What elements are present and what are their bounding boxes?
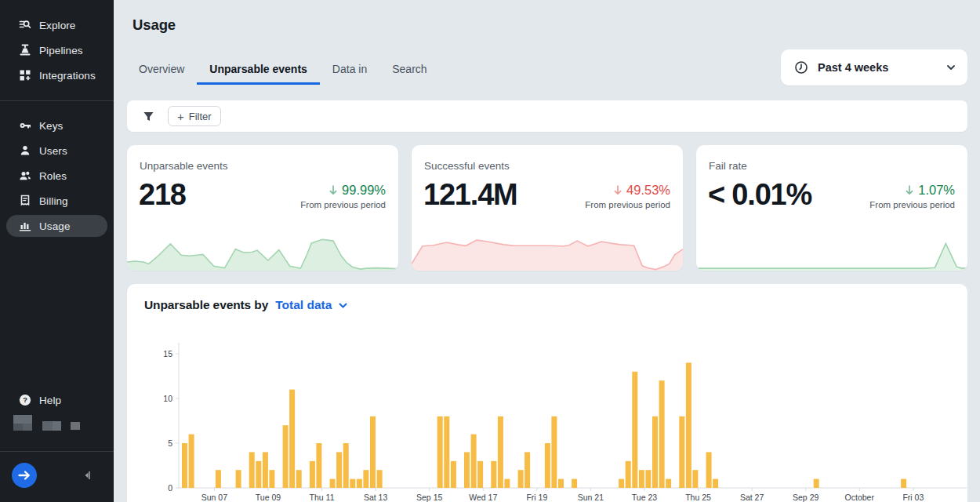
tab-search[interactable]: Search (379, 55, 439, 85)
svg-text:Sep 29: Sep 29 (793, 493, 818, 502)
svg-text:Tue 09: Tue 09 (256, 493, 281, 502)
key-icon (19, 119, 31, 132)
sidebar-divider (0, 100, 114, 101)
fail-rate-sparkline (696, 231, 967, 271)
stat-card-note: From previous period (585, 200, 670, 209)
svg-text:Sat 13: Sat 13 (364, 493, 388, 502)
tab-label: Overview (139, 63, 184, 75)
svg-text:Sep 15: Sep 15 (416, 493, 442, 502)
add-filter-button[interactable]: + Filter (168, 106, 221, 126)
stat-card-note: From previous period (300, 200, 386, 209)
sidebar-item-integrations[interactable]: Integrations (6, 64, 107, 86)
sidebar-item-label: Billing (39, 195, 68, 207)
sidebar-item-label: Help (39, 395, 61, 406)
chevron-down-icon (946, 62, 956, 73)
unparsable-events-bar-chart: 051015Sun 07Tue 09Thu 11Sat 13Sep 15Wed … (127, 331, 967, 502)
sidebar-item-label: Integrations (39, 70, 96, 82)
stat-card-value: 218 (139, 178, 186, 212)
sidebar-item-usage[interactable]: Usage (6, 215, 107, 237)
app-logo-button[interactable] (12, 463, 37, 488)
sidebar-item-roles[interactable]: Roles (6, 165, 107, 187)
stat-card-value: 121.4M (423, 178, 517, 212)
tab-overview[interactable]: Overview (126, 55, 197, 85)
stat-card-successful-events: Successful events 121.4M 49.53% From pre… (412, 145, 683, 271)
stat-card-unparsable-events: Unparsable events 218 99.99% From previo… (127, 145, 398, 271)
stat-card-value: < 0.01% (708, 178, 811, 212)
filter-bar: + Filter (127, 100, 967, 132)
tab-data-in[interactable]: Data in (320, 55, 379, 85)
sidebar-item-label: Users (39, 145, 67, 157)
help-icon: ? (19, 394, 31, 406)
sidebar-item-billing[interactable]: Billing (6, 190, 107, 212)
collapse-sidebar-button[interactable] (81, 467, 96, 483)
tab-label: Data in (332, 63, 367, 75)
chevron-down-icon (337, 300, 349, 311)
sidebar-item-label: Roles (39, 170, 67, 182)
stat-card-title: Successful events (424, 160, 510, 172)
chart-dimension-value: Total data (275, 298, 332, 312)
clock-icon (794, 60, 808, 75)
integrations-icon (19, 69, 31, 82)
chart-title: Unparsable events by (144, 298, 268, 312)
sidebar-item-label: Pipelines (39, 45, 83, 56)
user-icon (19, 144, 31, 157)
plus-icon: + (177, 111, 184, 122)
arrow-down-icon (328, 184, 338, 196)
tab-label: Search (392, 63, 426, 75)
page-title: Usage (132, 16, 176, 34)
sidebar-item-keys[interactable]: Keys (6, 115, 107, 136)
svg-text:?: ? (23, 396, 27, 404)
svg-text:0: 0 (168, 483, 172, 493)
sidebar-footer-divider (0, 451, 114, 452)
svg-text:Fri 03: Fri 03 (902, 493, 924, 502)
sidebar-item-pipelines[interactable]: Pipelines (6, 39, 107, 61)
sidebar-item-help[interactable]: ? Help (6, 389, 107, 411)
tab-label: Unparsable events (209, 63, 307, 75)
sidebar-item-label: Explore (39, 20, 75, 31)
svg-text:Thu 25: Thu 25 (685, 493, 711, 502)
successful-events-sparkline (412, 231, 683, 271)
svg-text:Sun 21: Sun 21 (578, 493, 604, 502)
pipelines-icon (19, 44, 31, 56)
stat-card-delta: 1.07% (918, 183, 955, 198)
svg-text:10: 10 (163, 394, 172, 403)
blurred-workspace-badge (0, 413, 114, 437)
svg-text:October: October (845, 493, 875, 502)
svg-text:Thu 11: Thu 11 (310, 493, 335, 502)
arrow-right-icon (17, 468, 31, 482)
receipt-icon (19, 195, 31, 207)
svg-text:Wed 17: Wed 17 (469, 493, 497, 502)
filter-funnel-icon (143, 111, 154, 122)
sidebar-item-label: Keys (39, 120, 63, 132)
unparsable-events-sparkline (127, 231, 398, 271)
arrow-down-icon (905, 184, 914, 196)
tab-unparsable-events[interactable]: Unparsable events (197, 55, 320, 85)
tab-bar: Overview Unparsable events Data in Searc… (126, 55, 440, 85)
stat-card-delta: 49.53% (626, 183, 670, 198)
stat-card-fail-rate: Fail rate < 0.01% 1.07% From previous pe… (696, 145, 967, 271)
stat-card-delta: 99.99% (342, 183, 386, 198)
sidebar-item-label: Usage (39, 220, 71, 232)
sidebar-item-explore[interactable]: Explore (6, 14, 107, 36)
svg-text:Sun 07: Sun 07 (201, 493, 227, 502)
people-icon (19, 169, 31, 182)
period-selector[interactable]: Past 4 weeks (781, 49, 967, 85)
stat-card-note: From previous period (869, 200, 955, 209)
svg-text:15: 15 (163, 349, 172, 358)
svg-text:Fri 19: Fri 19 (526, 493, 547, 502)
add-filter-label: Filter (189, 111, 212, 122)
stat-card-title: Unparsable events (140, 160, 228, 172)
bar-chart-icon (19, 220, 31, 232)
explore-icon (19, 19, 31, 31)
svg-text:Tue 23: Tue 23 (632, 493, 657, 502)
arrow-down-icon (613, 184, 622, 196)
period-selector-value: Past 4 weeks (818, 61, 888, 74)
svg-text:Sat 27: Sat 27 (740, 493, 764, 502)
main-content: Usage Overview Unparsable events Data in… (114, 0, 980, 502)
chart-dimension-selector[interactable]: Total data (275, 298, 349, 312)
stat-card-title: Fail rate (709, 160, 747, 172)
bar-chart-panel: Unparsable events by Total data 051015Su… (127, 284, 967, 502)
sidebar: Explore Pipelines Integrations Keys User… (0, 0, 114, 502)
collapse-panel-icon (83, 470, 94, 481)
sidebar-item-users[interactable]: Users (6, 140, 107, 162)
